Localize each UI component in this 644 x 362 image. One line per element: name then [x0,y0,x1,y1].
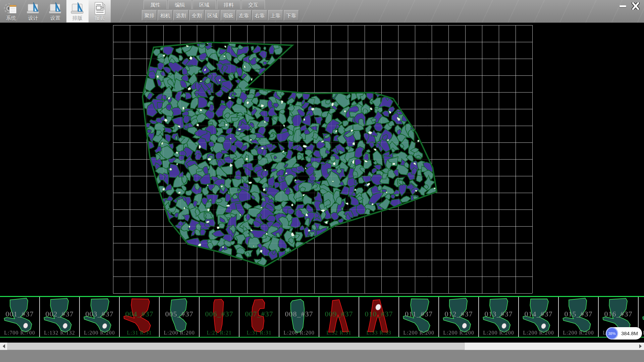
ribbon-button-cut-all[interactable]: 全割 [189,10,204,20]
laptop-ruler-icon [26,1,41,17]
progress-circle: 38% [606,327,618,340]
piece-name: 015_#37 [559,310,598,318]
piece-name: 009_#37 [319,310,359,318]
laptop-ruler-icon [70,1,85,17]
ribbon-button-defect[interactable]: 瑕疵 [221,10,236,20]
piece-lr-count: L:200 R:200 [80,330,119,336]
piece-lr-count: L:33 R:33 [359,330,398,336]
ribbon-button-align-bottom[interactable]: 下靠 [284,10,299,20]
piece-lr-count: L:31 R:31 [239,330,279,336]
scrollbar-thumb[interactable] [7,343,465,350]
scroll-right-icon [639,344,642,348]
piece-name: 017_#37 [639,310,644,318]
ribbon-button-cluster-nest[interactable]: 聚排 [142,10,157,20]
laptop-ruler-icon [48,1,63,17]
mode-button-design[interactable]: 设计 [22,0,44,22]
piece-thumbnail-012[interactable]: 012_#37L:200 R:200 [439,297,479,337]
piece-thumbnail-005[interactable]: 005_#37L:200 R:200 [160,297,200,337]
piece-thumbnail-015[interactable]: 015_#37L:200 R:200 [559,297,599,337]
window-controls [618,2,641,10]
minimize-button[interactable] [618,2,628,10]
ribbon-button-align-left[interactable]: 左靠 [236,10,252,20]
minimize-icon [620,5,626,7]
piece-name: 012_#37 [439,310,478,318]
piece-thumbnail-011[interactable]: 011_#37L:200 R:200 [399,297,439,337]
mode-button-settings[interactable]: 设置 [44,0,66,22]
top-toolbar: 系统 设计 设置 [0,0,644,23]
piece-name: 008_#37 [279,310,319,318]
piece-name: 007_#37 [239,310,279,318]
piece-name: 001_#37 [0,310,39,318]
piece-thumbnail-009[interactable]: 009_#37L:32 R:31 [319,297,359,337]
piece-name: 006_#37 [200,310,239,318]
bottom-status-strip [0,350,644,362]
piece-name: 002_#37 [40,310,79,318]
piece-thumbnail-003[interactable]: 003_#37L:200 R:200 [80,297,120,337]
piece-thumbnail-013[interactable]: 013_#37L:200 R:200 [479,297,519,337]
piece-name: 003_#37 [80,310,119,318]
mode-button-label: 设计 [22,15,44,21]
tab-nesting[interactable]: 排料 [217,0,240,9]
ribbon-button-camera[interactable]: 相机 [158,10,173,20]
piece-lr-count: L:200 R:200 [160,330,199,336]
piece-lr-count: L:700 R:700 [0,330,39,336]
report-icon [92,1,107,17]
piece-thumbnail-002[interactable]: 002_#37L:132 R:132 [40,297,80,337]
ribbon-button-align-top[interactable]: 上靠 [268,10,283,20]
application-window: 系统 设计 设置 [0,0,644,362]
ribbon-button-select-cut[interactable]: 选割 [173,10,189,20]
piece-name: 004_#37 [120,310,159,318]
piece-lr-count: L:200 R:200 [439,330,478,336]
tab-region[interactable]: 区域 [193,0,216,9]
piece-thumbnail-007[interactable]: 007_#37L:31 R:31 [239,297,279,337]
mode-button-report[interactable]: 报表 [89,0,111,22]
piece-name: 010_#37 [359,310,398,318]
piece-thumbnail-008[interactable]: 008_#37L:200 R:200 [279,297,319,337]
piece-lr-count: L:200 R:200 [279,330,319,336]
mode-button-nesting-selected[interactable]: 排版 [66,0,89,22]
scroll-right-button[interactable] [637,343,644,350]
memory-usage-label: 384.8M [621,330,638,336]
mode-button-label: 系统 [0,15,22,21]
ribbon-button-align-right[interactable]: 右靠 [252,10,267,20]
piece-name: 014_#37 [519,310,558,318]
piece-thumbnail-010[interactable]: 010_#37L:33 R:33 [359,297,399,337]
scroll-left-icon [3,344,5,348]
piece-thumbnail-014[interactable]: 014_#37L:200 R:200 [519,297,559,337]
mode-button-system[interactable]: 系统 [0,0,22,22]
piece-thumbnail-006[interactable]: 006_#37L:21 R:21 [200,297,239,337]
mode-button-label: 设置 [44,15,66,21]
close-icon [632,2,640,10]
ribbon-button-region[interactable]: 区域 [205,10,220,20]
scroll-left-button[interactable] [0,343,7,350]
piece-lr-count: L:200 R:200 [559,330,598,336]
piece-name: 016_#37 [599,310,638,318]
piece-lr-count: L:200 R:200 [399,330,438,336]
mode-button-label: 排版 [66,15,89,21]
piece-thumbnail-strip: 001_#37L:700 R:700 002_#37L:132 R:132 00… [0,296,644,338]
piece-lr-count: L:200 R:200 [519,330,558,336]
horizontal-scrollbar [0,343,644,350]
piece-lr-count: L:21 R:21 [200,330,239,336]
tab-edit[interactable]: 编辑 [168,0,192,9]
piece-thumbnail-001[interactable]: 001_#37L:700 R:700 [0,297,40,337]
piece-name: 011_#37 [399,310,438,318]
piece-lr-count: L:31 R:31 [120,330,159,336]
piece-name: 013_#37 [479,310,518,318]
memory-status-badge: 38% 384.8M [606,327,642,340]
piece-lr-count: L:132 R:132 [40,330,79,336]
progress-percent: 38% [608,331,615,336]
nesting-workspace-canvas[interactable] [0,23,644,296]
tab-properties[interactable]: 属性 [144,0,167,9]
piece-thumbnail-004[interactable]: 004_#37L:31 R:31 [120,297,160,337]
close-button[interactable] [631,2,641,10]
mode-button-label: 报表 [89,15,111,21]
piece-lr-count: L:32 R:31 [319,330,359,336]
piece-name: 005_#37 [160,310,199,318]
piece-lr-count: L:200 R:200 [479,330,518,336]
gear-doc-icon [4,1,18,17]
tab-interact[interactable]: 交互 [241,0,265,9]
